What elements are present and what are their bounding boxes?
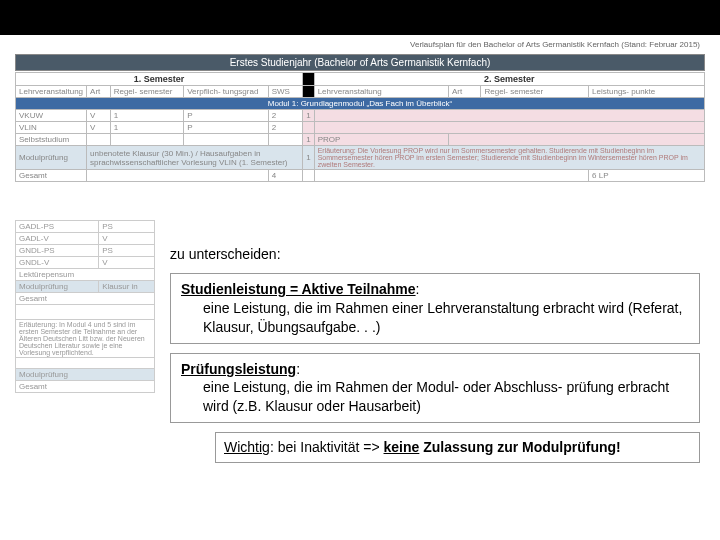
table-cell: P (184, 122, 268, 134)
section-title: Erstes Studienjahr (Bachelor of Arts Ger… (15, 54, 705, 71)
hdr-lv2: Lehrveranstaltung (314, 86, 448, 98)
studienleistung-heading: Studienleistung = Aktive Teilnahme (181, 281, 416, 297)
top-bar (0, 0, 720, 35)
table-cell: 1 (303, 110, 314, 122)
box-pruefungsleistung: Prüfungsleistung: eine Leistung, die im … (170, 353, 700, 424)
table-cell: GADL-V (16, 233, 99, 245)
table-cell: 4 (268, 170, 303, 182)
table-cell: Gesamt (16, 293, 155, 305)
table-cell: VLIN (16, 122, 87, 134)
table-cell: P (184, 110, 268, 122)
module-1-row: Modul 1: Grundlagenmodul „Das Fach im Üb… (16, 98, 705, 110)
hdr-art: Art (87, 86, 111, 98)
modulpruefung-label: Modulprüfung (16, 146, 87, 170)
table-cell: Gesamt (16, 381, 155, 393)
pruefungsleistung-body: eine Leistung, die im Rahmen der Modul- … (203, 378, 689, 416)
table-cell: GADL-PS (16, 221, 99, 233)
table-cell: 6 LP (589, 170, 705, 182)
pruefungsleistung-heading: Prüfungsleistung (181, 361, 296, 377)
left-column: GADL-PSPS GADL-VV GNDL-PSPS GNDL-VV Lekt… (15, 220, 155, 393)
hdr-art2: Art (448, 86, 481, 98)
hdr-regel: Regel- semester (110, 86, 184, 98)
sem1-head: 1. Semester (134, 74, 185, 84)
table-cell: 2 (268, 110, 303, 122)
table-cell: V (87, 110, 111, 122)
table-cell: V (99, 233, 155, 245)
gesamt-label: Gesamt (16, 170, 87, 182)
content-area: zu unterscheiden: Studienleistung = Akti… (170, 245, 700, 463)
table-cell: PS (99, 245, 155, 257)
table-cell: PROP (314, 134, 448, 146)
table-cell: VKUW (16, 110, 87, 122)
wichtig-rest: Zulassung zur Modulprüfung! (419, 439, 620, 455)
wichtig-mid: : bei Inaktivität => (270, 439, 384, 455)
table-cell: PS (99, 221, 155, 233)
hdr-lp: Leistungs- punkte (589, 86, 705, 98)
intro-text: zu unterscheiden: (170, 245, 700, 264)
background-table: 1. Semester 2. Semester Lehrveranstaltun… (15, 72, 705, 182)
table-cell: GNDL-V (16, 257, 99, 269)
wichtig-keine: keine (384, 439, 420, 455)
table-cell: 1 (303, 146, 314, 170)
hdr-lv: Lehrveranstaltung (16, 86, 87, 98)
table-cell: 1 (110, 110, 184, 122)
box-wichtig: Wichtig: bei Inaktivität => keine Zulass… (215, 432, 700, 463)
hdr-sws: SWS (268, 86, 303, 98)
table-cell: 1 (303, 134, 314, 146)
table-cell: 2 (268, 122, 303, 134)
erlaeuterung: Erläuterung: Die Vorlesung PROP wird nur… (314, 146, 704, 170)
table-cell: V (87, 122, 111, 134)
hdr-regel2: Regel- semester (481, 86, 589, 98)
table-cell: Modulprüfung (16, 281, 99, 293)
table-cell: V (99, 257, 155, 269)
table-cell: 1 (110, 122, 184, 134)
sem2-head: 2. Semester (484, 74, 535, 84)
studienleistung-body: eine Leistung, die im Rahmen einer Lehrv… (203, 299, 689, 337)
left-erlaeuterung: Erläuterung: In Modul 4 und 5 sind im er… (16, 320, 155, 358)
table-cell: GNDL-PS (16, 245, 99, 257)
table-cell: unbenotete Klausur (30 Min.) / Hausaufga… (87, 146, 303, 170)
table-cell: Lektürepensum (16, 269, 155, 281)
table-cell: Klausur in (99, 281, 155, 293)
table-cell: Modulprüfung (16, 369, 155, 381)
box-studienleistung: Studienleistung = Aktive Teilnahme: eine… (170, 273, 700, 344)
hdr-verpf: Verpflich- tungsgrad (184, 86, 268, 98)
wichtig-label: Wichtig (224, 439, 270, 455)
doc-header: Verlaufsplan für den Bachelor of Arts Ge… (410, 40, 700, 49)
table-cell: Selbststudium (16, 134, 87, 146)
